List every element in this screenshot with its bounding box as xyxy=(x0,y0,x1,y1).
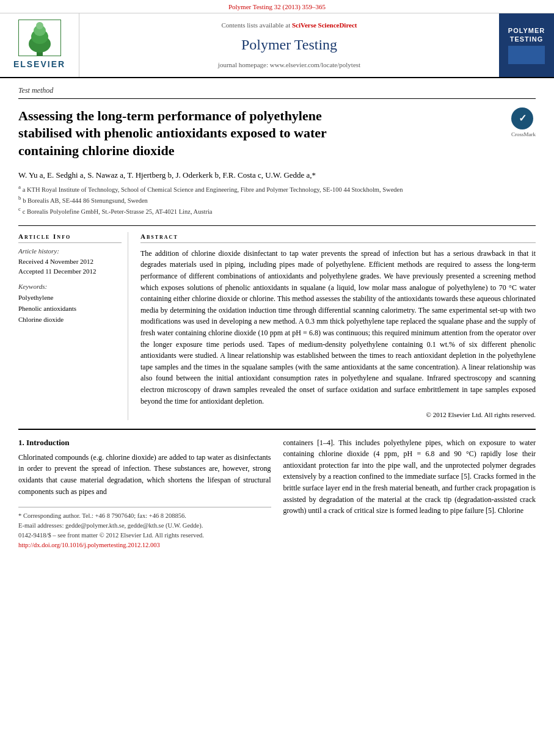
info-abstract-section: Article Info Article history: Received 4… xyxy=(18,225,536,420)
journal-title: Polymer Testing xyxy=(241,35,337,56)
elsevier-tree-icon xyxy=(18,20,61,56)
keyword-3: Chlorine dioxide xyxy=(18,314,122,325)
journal-reference-bar: Polymer Testing 32 (2013) 359–365 xyxy=(0,0,554,13)
keywords-label: Keywords: xyxy=(18,282,122,291)
contents-available-line: Contents lists available at SciVerse Sci… xyxy=(221,21,357,30)
polymer-testing-badge: POLYMER TESTING xyxy=(508,26,545,65)
received-date: Received 4 November 2012 xyxy=(18,257,122,266)
crossmark-area[interactable]: ✓ CrossMark xyxy=(511,107,536,139)
footnote-area: * Corresponding author. Tel.: +46 8 7907… xyxy=(18,507,271,550)
affiliation-c: c c Borealis Polyolefine GmbH, St.-Peter… xyxy=(18,205,536,216)
authors-text: W. Yu a, E. Sedghi a, S. Nawaz a, T. Hje… xyxy=(18,170,316,180)
abstract-heading: Abstract xyxy=(140,232,536,243)
affiliation-a: a a KTH Royal Institute of Technology, S… xyxy=(18,183,536,194)
doi-link[interactable]: http://dx.doi.org/10.1016/j.polymertesti… xyxy=(18,541,271,550)
svg-point-4 xyxy=(36,22,43,29)
authors-line: W. Yu a, E. Sedghi a, S. Nawaz a, T. Hje… xyxy=(18,170,536,181)
affiliations: a a KTH Royal Institute of Technology, S… xyxy=(18,183,536,217)
journal-header-center: Contents lists available at SciVerse Sci… xyxy=(79,13,499,77)
rights-note: 0142-9418/$ – see front matter © 2012 El… xyxy=(18,531,271,540)
copyright-line: © 2012 Elsevier Ltd. All rights reserved… xyxy=(140,410,536,420)
crossmark-label: CrossMark xyxy=(511,131,536,139)
badge-image xyxy=(508,46,545,64)
email-note: E-mail addresses: gedde@polymer.kth.se, … xyxy=(18,521,271,531)
accepted-date: Accepted 11 December 2012 xyxy=(18,267,122,276)
sciverse-link[interactable]: SciVerse ScienceDirect xyxy=(292,21,357,29)
body-right-column: containers [1–4]. This includes polyethy… xyxy=(283,437,536,551)
article-section-type: Test method xyxy=(18,85,536,99)
body-left-column: 1. Introduction Chlorinated compounds (e… xyxy=(18,437,271,551)
crossmark-icon[interactable]: ✓ xyxy=(511,107,533,129)
main-content: Test method Assessing the long-term perf… xyxy=(0,78,554,558)
keyword-1: Polyethylene xyxy=(18,293,122,303)
corresponding-author-note: * Corresponding author. Tel.: +46 8 7907… xyxy=(18,511,271,521)
badge-line1: POLYMER xyxy=(508,26,545,35)
journal-header: ELSEVIER Contents lists available at Sci… xyxy=(0,13,554,78)
abstract-text: The addition of chlorine dioxide disinfe… xyxy=(140,248,536,407)
journal-badge: POLYMER TESTING xyxy=(499,13,554,77)
elsevier-logo: ELSEVIER xyxy=(13,20,65,71)
journal-reference-text: Polymer Testing 32 (2013) 359–365 xyxy=(228,3,326,10)
abstract-section: Abstract The addition of chlorine dioxid… xyxy=(140,232,536,420)
introduction-text-left: Chlorinated compounds (e.g. chlorine dio… xyxy=(18,452,271,497)
keywords-section: Keywords: Polyethylene Phenolic antioxid… xyxy=(18,282,122,325)
article-title: Assessing the long-term performance of p… xyxy=(18,107,373,160)
affiliation-b: b b Borealis AB, SE-444 86 Stenungsund, … xyxy=(18,194,536,205)
title-row: Assessing the long-term performance of p… xyxy=(18,103,536,165)
history-label: Article history: xyxy=(18,247,122,256)
body-section: 1. Introduction Chlorinated compounds (e… xyxy=(18,429,536,551)
badge-line2: TESTING xyxy=(508,35,545,43)
elsevier-wordmark: ELSEVIER xyxy=(13,59,65,71)
keyword-2: Phenolic antioxidants xyxy=(18,303,122,314)
introduction-text-right: containers [1–4]. This includes polyethy… xyxy=(283,437,536,517)
article-info-heading: Article Info xyxy=(18,232,122,243)
elsevier-logo-area: ELSEVIER xyxy=(0,13,79,77)
introduction-heading: 1. Introduction xyxy=(18,437,271,448)
article-info-column: Article Info Article history: Received 4… xyxy=(18,232,128,420)
journal-homepage: journal homepage: www.elsevier.com/locat… xyxy=(218,60,360,70)
